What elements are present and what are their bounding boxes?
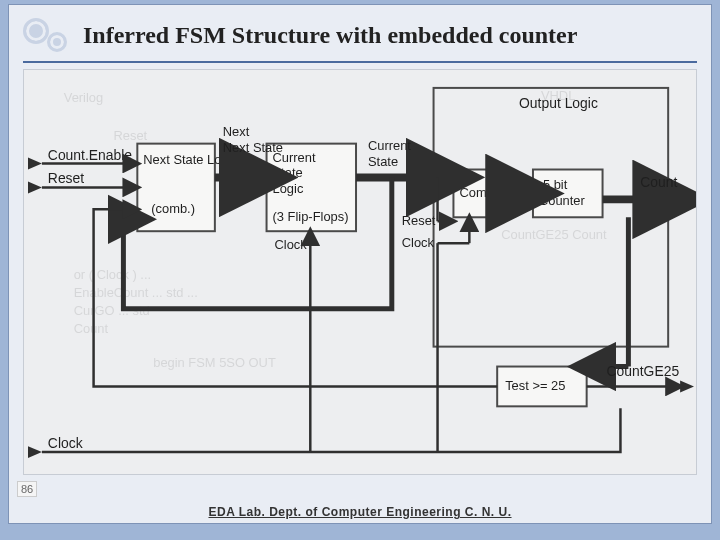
next-state-sub: (comb.)	[151, 201, 195, 216]
slide-title: Inferred FSM Structure with embedded cou…	[83, 22, 577, 49]
page-number: 86	[17, 481, 37, 497]
reset-input: Reset	[48, 170, 84, 186]
svg-text:Verilog: Verilog	[64, 90, 103, 105]
svg-text:State: State	[368, 154, 398, 169]
clock-input: Clock	[48, 435, 83, 451]
count-output: Count	[640, 174, 677, 190]
footer-text: EDA Lab. Dept. of Computer Engineering C…	[9, 505, 711, 523]
clock-sig-csl: Clock	[275, 237, 308, 252]
svg-text:EnableCount ... std ...: EnableCount ... std ...	[74, 285, 198, 300]
gears-icon	[21, 14, 75, 56]
svg-text:Next: Next	[223, 124, 250, 139]
output-logic-title: Output Logic	[519, 95, 598, 111]
svg-text:Current: Current	[368, 138, 411, 153]
test-label: Test >= 25	[505, 378, 565, 393]
svg-text:Logic: Logic	[273, 181, 304, 196]
comb-label: Comb.	[459, 185, 497, 200]
svg-text:or ( Clock ) ...: or ( Clock ) ...	[74, 267, 151, 282]
countge25-output: CountGE25	[607, 363, 680, 379]
svg-text:Count: Count	[74, 321, 109, 336]
svg-text:Reset: Reset	[113, 128, 147, 143]
svg-text:State: State	[273, 165, 303, 180]
title-row: Inferred FSM Structure with embedded cou…	[21, 11, 699, 59]
reset-sig-ol: Reset	[402, 213, 436, 228]
clock-sig-ol: Clock	[402, 235, 435, 250]
fsm-diagram: VHDL Verilog CountGE25 Count or ( Clock …	[23, 69, 697, 475]
next-state-signal: Next State	[223, 140, 283, 155]
current-state-sub: (3 Flip-Flops)	[273, 209, 349, 224]
svg-text:Counter: Counter	[539, 193, 586, 208]
svg-text:5 bit: 5 bit	[543, 177, 568, 192]
title-underline	[23, 61, 697, 63]
slide-frame: Inferred FSM Structure with embedded cou…	[8, 4, 712, 524]
svg-text:begin FSM 5SO OUT: begin FSM 5SO OUT	[153, 355, 276, 370]
svg-text:CountGE25 Count: CountGE25 Count	[501, 227, 607, 242]
count-enable-input: Count.Enable	[48, 147, 132, 163]
